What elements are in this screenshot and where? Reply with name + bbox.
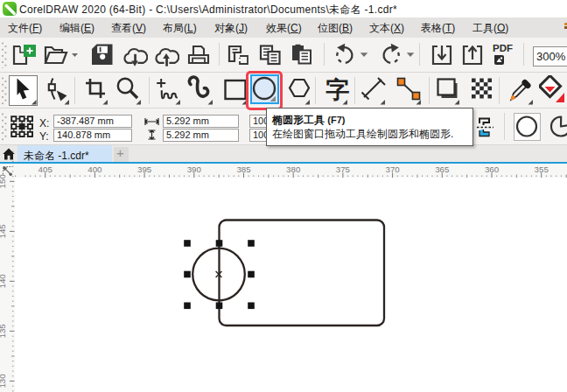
svg-text:字: 字 (326, 77, 349, 103)
